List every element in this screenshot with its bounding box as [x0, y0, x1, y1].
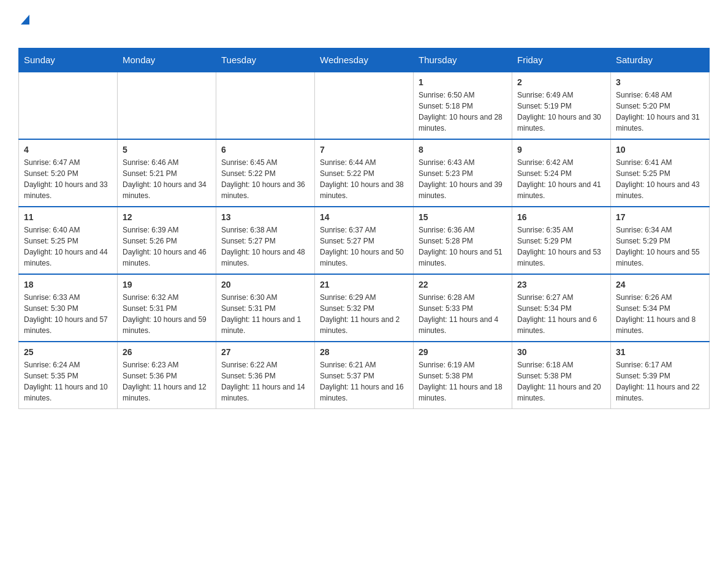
calendar-cell: 21Sunrise: 6:29 AM Sunset: 5:32 PM Dayli… [315, 274, 414, 342]
calendar-cell: 10Sunrise: 6:41 AM Sunset: 5:25 PM Dayli… [611, 139, 710, 207]
calendar-cell: 25Sunrise: 6:24 AM Sunset: 5:35 PM Dayli… [19, 342, 118, 409]
day-info: Sunrise: 6:23 AM Sunset: 5:36 PM Dayligh… [123, 359, 211, 404]
day-info: Sunrise: 6:18 AM Sunset: 5:38 PM Dayligh… [517, 359, 605, 404]
calendar-cell: 8Sunrise: 6:43 AM Sunset: 5:23 PM Daylig… [414, 139, 512, 207]
calendar-cell: 31Sunrise: 6:17 AM Sunset: 5:39 PM Dayli… [611, 342, 710, 409]
week-row-4: 18Sunrise: 6:33 AM Sunset: 5:30 PM Dayli… [19, 274, 710, 342]
calendar-cell [216, 72, 315, 139]
calendar-cell: 30Sunrise: 6:18 AM Sunset: 5:38 PM Dayli… [512, 342, 611, 409]
calendar-cell: 17Sunrise: 6:34 AM Sunset: 5:29 PM Dayli… [611, 207, 710, 274]
day-info: Sunrise: 6:41 AM Sunset: 5:25 PM Dayligh… [616, 157, 704, 201]
header-friday: Friday [512, 48, 611, 72]
calendar-cell: 28Sunrise: 6:21 AM Sunset: 5:37 PM Dayli… [315, 342, 414, 409]
day-info: Sunrise: 6:21 AM Sunset: 5:37 PM Dayligh… [320, 359, 408, 404]
calendar-cell: 5Sunrise: 6:46 AM Sunset: 5:21 PM Daylig… [118, 139, 216, 207]
calendar-cell: 15Sunrise: 6:36 AM Sunset: 5:28 PM Dayli… [414, 207, 512, 274]
day-number: 3 [616, 77, 704, 87]
day-number: 12 [123, 212, 211, 222]
calendar-cell [118, 72, 216, 139]
day-number: 29 [419, 347, 507, 357]
day-number: 13 [221, 212, 309, 222]
day-number: 23 [517, 280, 605, 289]
header-thursday: Thursday [414, 48, 512, 72]
calendar-cell: 27Sunrise: 6:22 AM Sunset: 5:36 PM Dayli… [216, 342, 315, 409]
day-number: 5 [123, 145, 211, 155]
day-info: Sunrise: 6:49 AM Sunset: 5:19 PM Dayligh… [517, 90, 605, 134]
day-number: 31 [616, 347, 704, 357]
header-saturday: Saturday [611, 48, 710, 72]
day-info: Sunrise: 6:27 AM Sunset: 5:34 PM Dayligh… [517, 292, 605, 336]
calendar-cell: 2Sunrise: 6:49 AM Sunset: 5:19 PM Daylig… [512, 72, 611, 139]
week-row-1: 1Sunrise: 6:50 AM Sunset: 5:18 PM Daylig… [19, 72, 710, 139]
day-number: 16 [517, 212, 605, 222]
day-info: Sunrise: 6:44 AM Sunset: 5:22 PM Dayligh… [320, 157, 408, 201]
day-info: Sunrise: 6:26 AM Sunset: 5:34 PM Dayligh… [616, 292, 704, 336]
header-tuesday: Tuesday [216, 48, 315, 72]
day-number: 9 [517, 145, 605, 155]
day-number: 17 [616, 212, 704, 222]
day-info: Sunrise: 6:28 AM Sunset: 5:33 PM Dayligh… [419, 292, 507, 336]
week-row-5: 25Sunrise: 6:24 AM Sunset: 5:35 PM Dayli… [19, 342, 710, 409]
calendar-cell: 14Sunrise: 6:37 AM Sunset: 5:27 PM Dayli… [315, 207, 414, 274]
day-number: 15 [419, 212, 507, 222]
calendar-cell [19, 72, 118, 139]
logo-triangle-icon [18, 12, 32, 26]
day-number: 24 [616, 280, 704, 289]
day-info: Sunrise: 6:34 AM Sunset: 5:29 PM Dayligh… [616, 224, 704, 269]
day-info: Sunrise: 6:29 AM Sunset: 5:32 PM Dayligh… [320, 292, 408, 336]
calendar-table: SundayMondayTuesdayWednesdayThursdayFrid… [18, 48, 710, 409]
calendar-cell: 9Sunrise: 6:42 AM Sunset: 5:24 PM Daylig… [512, 139, 611, 207]
calendar-cell: 22Sunrise: 6:28 AM Sunset: 5:33 PM Dayli… [414, 274, 512, 342]
calendar-cell: 12Sunrise: 6:39 AM Sunset: 5:26 PM Dayli… [118, 207, 216, 274]
day-number: 7 [320, 145, 408, 155]
day-info: Sunrise: 6:30 AM Sunset: 5:31 PM Dayligh… [221, 292, 309, 336]
calendar-cell: 24Sunrise: 6:26 AM Sunset: 5:34 PM Dayli… [611, 274, 710, 342]
day-info: Sunrise: 6:40 AM Sunset: 5:25 PM Dayligh… [24, 224, 112, 269]
logo [18, 12, 32, 42]
day-number: 19 [123, 280, 211, 289]
day-info: Sunrise: 6:39 AM Sunset: 5:26 PM Dayligh… [123, 224, 211, 269]
calendar-cell: 4Sunrise: 6:47 AM Sunset: 5:20 PM Daylig… [19, 139, 118, 207]
day-number: 21 [320, 280, 408, 289]
day-info: Sunrise: 6:32 AM Sunset: 5:31 PM Dayligh… [123, 292, 211, 336]
day-info: Sunrise: 6:19 AM Sunset: 5:38 PM Dayligh… [419, 359, 507, 404]
day-number: 20 [221, 280, 309, 289]
day-number: 2 [517, 77, 605, 87]
day-info: Sunrise: 6:38 AM Sunset: 5:27 PM Dayligh… [221, 224, 309, 269]
header-sunday: Sunday [19, 48, 118, 72]
calendar-cell: 16Sunrise: 6:35 AM Sunset: 5:29 PM Dayli… [512, 207, 611, 274]
day-number: 18 [24, 280, 112, 289]
day-info: Sunrise: 6:22 AM Sunset: 5:36 PM Dayligh… [221, 359, 309, 404]
svg-marker-0 [21, 15, 29, 25]
calendar-cell: 29Sunrise: 6:19 AM Sunset: 5:38 PM Dayli… [414, 342, 512, 409]
day-number: 28 [320, 347, 408, 357]
day-info: Sunrise: 6:48 AM Sunset: 5:20 PM Dayligh… [616, 90, 704, 134]
day-info: Sunrise: 6:24 AM Sunset: 5:35 PM Dayligh… [24, 359, 112, 404]
calendar-cell: 6Sunrise: 6:45 AM Sunset: 5:22 PM Daylig… [216, 139, 315, 207]
day-info: Sunrise: 6:45 AM Sunset: 5:22 PM Dayligh… [221, 157, 309, 201]
calendar-header-row: SundayMondayTuesdayWednesdayThursdayFrid… [19, 48, 710, 72]
day-number: 6 [221, 145, 309, 155]
day-number: 26 [123, 347, 211, 357]
day-info: Sunrise: 6:42 AM Sunset: 5:24 PM Dayligh… [517, 157, 605, 201]
day-number: 14 [320, 212, 408, 222]
day-number: 11 [24, 212, 112, 222]
page-header [18, 12, 710, 42]
calendar-cell: 23Sunrise: 6:27 AM Sunset: 5:34 PM Dayli… [512, 274, 611, 342]
day-info: Sunrise: 6:35 AM Sunset: 5:29 PM Dayligh… [517, 224, 605, 269]
week-row-3: 11Sunrise: 6:40 AM Sunset: 5:25 PM Dayli… [19, 207, 710, 274]
day-info: Sunrise: 6:47 AM Sunset: 5:20 PM Dayligh… [24, 157, 112, 201]
day-info: Sunrise: 6:43 AM Sunset: 5:23 PM Dayligh… [419, 157, 507, 201]
day-info: Sunrise: 6:36 AM Sunset: 5:28 PM Dayligh… [419, 224, 507, 269]
calendar-cell: 1Sunrise: 6:50 AM Sunset: 5:18 PM Daylig… [414, 72, 512, 139]
day-number: 27 [221, 347, 309, 357]
calendar-cell: 26Sunrise: 6:23 AM Sunset: 5:36 PM Dayli… [118, 342, 216, 409]
day-number: 8 [419, 145, 507, 155]
day-number: 30 [517, 347, 605, 357]
calendar-cell: 19Sunrise: 6:32 AM Sunset: 5:31 PM Dayli… [118, 274, 216, 342]
day-number: 25 [24, 347, 112, 357]
day-number: 1 [419, 77, 507, 87]
calendar-cell: 3Sunrise: 6:48 AM Sunset: 5:20 PM Daylig… [611, 72, 710, 139]
header-wednesday: Wednesday [315, 48, 414, 72]
calendar-cell: 13Sunrise: 6:38 AM Sunset: 5:27 PM Dayli… [216, 207, 315, 274]
